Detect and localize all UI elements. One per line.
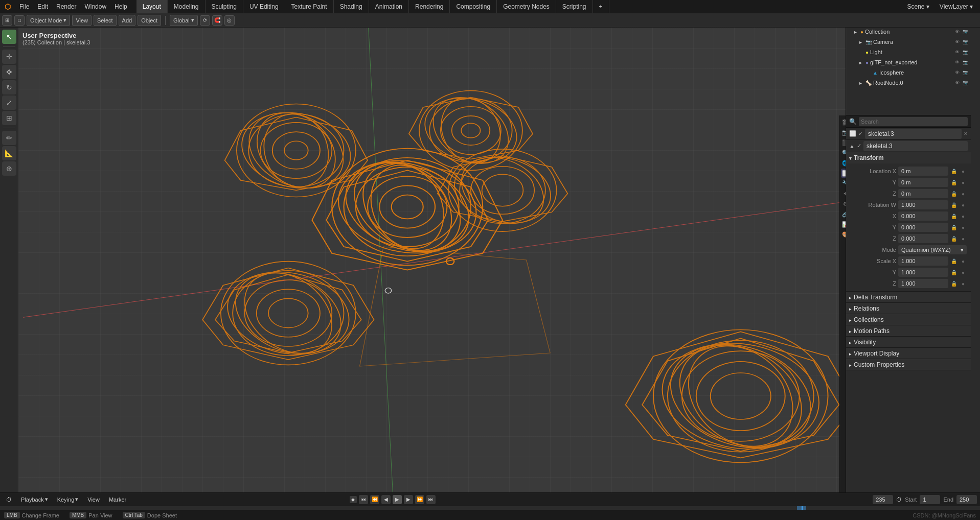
outliner-item-rootnode[interactable]: ▸ 🦴 RootNode.0 👁 📷: [846, 78, 971, 88]
anim-scale-z[interactable]: ●: [960, 280, 967, 287]
object-mode-dropdown[interactable]: Object Mode ▾: [27, 15, 70, 26]
transform-section-header[interactable]: Transform: [846, 152, 971, 163]
anim-location-z[interactable]: ●: [960, 190, 967, 197]
visibility-toggle-camera[interactable]: 👁: [953, 38, 961, 45]
add-menu[interactable]: Add: [119, 15, 136, 26]
relations-section[interactable]: Relations: [846, 303, 971, 314]
outliner-item-collection[interactable]: ▸ ● Collection 👁 📷: [846, 27, 971, 37]
anim-rotation-y[interactable]: ●: [960, 224, 967, 231]
step-back-frame-btn[interactable]: ◀: [381, 495, 391, 504]
snap-icon[interactable]: 🧲: [212, 15, 222, 26]
value-scale-y[interactable]: 1.000: [898, 268, 948, 277]
menu-render[interactable]: Render: [52, 0, 80, 13]
tool-annotate[interactable]: ✏: [2, 131, 16, 145]
render-toggle-gltf[interactable]: 📷: [962, 59, 969, 66]
lock-rotation-w[interactable]: 🔒: [950, 201, 958, 208]
step-forward-btn[interactable]: ⏩: [415, 495, 424, 504]
render-toggle-icosphere[interactable]: 📷: [962, 69, 969, 76]
menu-file[interactable]: File: [15, 0, 33, 13]
custom-properties-section[interactable]: Custom Properties: [846, 359, 971, 370]
render-toggle-light[interactable]: 📷: [962, 49, 969, 56]
render-toggle-rootnode[interactable]: 📷: [962, 79, 969, 86]
outliner-item-camera[interactable]: ▸ 📷 Camera 👁 📷: [846, 37, 971, 47]
tool-cursor[interactable]: ✛: [2, 50, 16, 64]
workspace-icon[interactable]: ⊞: [2, 15, 12, 26]
value-location-z[interactable]: 0 m: [898, 189, 948, 198]
lock-scale-y[interactable]: 🔒: [950, 269, 958, 276]
marker-menu[interactable]: Marker: [106, 494, 129, 505]
tool-move[interactable]: ✥: [2, 65, 16, 79]
anim-rotation-z[interactable]: ●: [960, 235, 967, 242]
value-scale-x[interactable]: 1.000: [898, 256, 948, 266]
visibility-toggle-gltf[interactable]: 👁: [953, 59, 961, 66]
object-name-close-icon[interactable]: ✕: [964, 131, 968, 136]
properties-search-input[interactable]: [859, 117, 968, 126]
outliner-item-light[interactable]: ● Light 👁 📷: [846, 47, 971, 57]
tool-rotate[interactable]: ↻: [2, 80, 16, 94]
timeline-mode-icon[interactable]: ⏱: [3, 494, 15, 505]
play-pause-btn[interactable]: ▶: [393, 495, 402, 504]
main-viewport[interactable]: User Perspective (235) Collection | skel…: [18, 28, 971, 492]
keying-menu[interactable]: Keying: [54, 494, 82, 505]
jump-to-start-btn[interactable]: ⏮: [359, 495, 368, 504]
start-frame-input[interactable]: 1: [920, 495, 940, 504]
transform-dropdown[interactable]: Global ▾: [170, 15, 198, 26]
visibility-toggle-icosphere[interactable]: 👁: [953, 69, 961, 76]
tab-texture-paint[interactable]: Texture Paint: [285, 0, 334, 13]
collections-section[interactable]: Collections: [846, 314, 971, 325]
tab-uv-editing[interactable]: UV Editing: [243, 0, 285, 13]
end-frame-input[interactable]: 250: [956, 495, 977, 504]
object-name-input[interactable]: [865, 129, 962, 139]
current-frame-display[interactable]: 235: [873, 495, 893, 504]
value-location-y[interactable]: 0 m: [898, 178, 948, 187]
playback-menu[interactable]: Playback: [18, 494, 51, 505]
visibility-section[interactable]: Visibility: [846, 337, 971, 348]
tab-rendering[interactable]: Rendering: [409, 0, 450, 13]
lock-location-z[interactable]: 🔒: [950, 190, 958, 197]
lock-scale-x[interactable]: 🔒: [950, 257, 958, 265]
menu-help[interactable]: Help: [110, 0, 131, 13]
tab-layout[interactable]: Layout: [136, 0, 168, 13]
visibility-toggle-rootnode[interactable]: 👁: [953, 79, 961, 86]
tab-modeling[interactable]: Modeling: [168, 0, 206, 13]
anim-rotation-w[interactable]: ●: [960, 201, 967, 208]
data-name-input[interactable]: [863, 141, 968, 151]
tab-add[interactable]: +: [593, 0, 609, 13]
select-menu[interactable]: Select: [94, 15, 117, 26]
tool-scale[interactable]: ⤢: [2, 96, 16, 110]
tool-measure[interactable]: 📐: [2, 146, 16, 160]
value-rotation-z[interactable]: 0.000: [898, 234, 948, 243]
add-keyframe-btn[interactable]: ◆: [350, 496, 357, 503]
lock-location-y[interactable]: 🔒: [950, 179, 958, 186]
render-toggle-collection[interactable]: 📷: [962, 28, 969, 35]
tab-compositing[interactable]: Compositing: [450, 0, 497, 13]
value-rotation-x[interactable]: 0.000: [898, 211, 948, 221]
lock-rotation-y[interactable]: 🔒: [950, 224, 958, 231]
jump-to-end-btn[interactable]: ⏭: [426, 495, 436, 504]
object-menu[interactable]: Object: [138, 15, 161, 26]
transform-icon[interactable]: ⟳: [200, 15, 210, 26]
outliner-item-gltf[interactable]: ▸ ● glTF_not_exported 👁 📷: [846, 57, 971, 67]
tool-select[interactable]: ↖: [2, 30, 16, 44]
step-back-btn[interactable]: ⏪: [370, 495, 379, 504]
tab-sculpting[interactable]: Sculpting: [206, 0, 243, 13]
visibility-toggle-collection[interactable]: 👁: [953, 28, 961, 35]
lock-scale-z[interactable]: 🔒: [950, 280, 958, 287]
view-menu[interactable]: View: [72, 15, 92, 26]
data-visibility-toggle[interactable]: ✓: [857, 143, 861, 149]
value-location-x[interactable]: 0 m: [898, 167, 948, 176]
anim-scale-y[interactable]: ●: [960, 269, 967, 276]
proportional-edit-icon[interactable]: ◎: [224, 15, 235, 26]
tab-animation[interactable]: Animation: [369, 0, 409, 13]
value-rotation-y[interactable]: 0.000: [898, 223, 948, 232]
render-toggle-camera[interactable]: 📷: [962, 38, 969, 45]
anim-scale-x[interactable]: ●: [960, 257, 967, 265]
timeline-view-menu[interactable]: View: [84, 494, 103, 505]
step-forward-frame-btn[interactable]: ▶: [404, 495, 413, 504]
motion-paths-section[interactable]: Motion Paths: [846, 325, 971, 337]
viewport-display-section[interactable]: Viewport Display: [846, 348, 971, 359]
tab-scripting[interactable]: Scripting: [556, 0, 593, 13]
anim-location-x[interactable]: ●: [960, 168, 967, 175]
outliner-item-icosphere[interactable]: ▲ Icosphere 👁 📷: [846, 67, 971, 78]
value-rotation-w[interactable]: 1.000: [898, 200, 948, 209]
